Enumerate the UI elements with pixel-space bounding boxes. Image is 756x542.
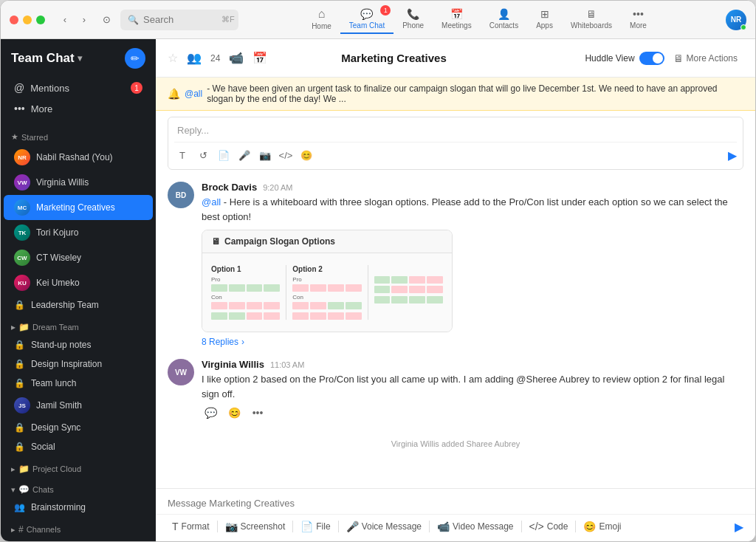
reply-toolbar: T ↺ 📄 🎤 📷 </> 😊 ▶ [174,142,737,163]
compose-button[interactable]: ✏ [125,48,145,69]
sidebar-item-virginia[interactable]: VW Virginia Willis [4,170,153,195]
code-button[interactable]: </> Code [525,518,573,535]
format-button[interactable]: T Format [168,518,214,535]
calendar-icon[interactable]: 📅 [252,51,267,65]
sidebar-item-design-sync[interactable]: 🔒 Design Sync [4,418,153,437]
avatar-kei: KU [14,275,30,291]
sidebar-item-jamil[interactable]: JS Jamil Smith [4,393,153,418]
sidebar-item-mentions[interactable]: @ Mentions 1 [4,78,153,98]
sidebar: Team Chat ▾ ✏ @ Mentions 1 ••• More ★ St… [1,39,156,541]
message-input[interactable] [168,498,743,509]
toolbar-divider-6 [575,521,576,532]
tab-more[interactable]: ••• More [621,5,656,34]
sidebar-item-kei[interactable]: KU Kei Umeko [4,270,153,295]
tab-phone[interactable]: 📞 Phone [394,5,433,34]
tab-home[interactable]: ⌂ Home [303,4,340,35]
replies-link[interactable]: 8 Replies › [202,337,743,347]
sidebar-item-ct[interactable]: CW CT Wiseley [4,245,153,270]
sidebar-item-more[interactable]: ••• More [4,98,153,119]
screenshot-icon: 📷 [225,521,238,532]
star-icon-header[interactable]: ☆ [168,51,178,65]
minimize-button[interactable] [23,16,32,24]
sidebar-item-brainstorming[interactable]: 👥 Brainstorming [4,498,153,517]
reply-input[interactable]: Reply... [174,123,737,137]
avatar-ct: CW [14,250,30,266]
apps-section-header[interactable]: ▾ 🔧 Apps [1,538,156,541]
toolbar-divider-1 [217,521,218,532]
close-button[interactable] [10,16,18,24]
divider-2 [368,265,368,320]
text-format-icon[interactable]: T [174,147,190,163]
sidebar-item-team-lunch[interactable]: 🔒 Team lunch [4,374,153,393]
search-input[interactable] [143,14,217,25]
message-author-virginia: Virginia Willis [202,359,264,370]
project-cloud-section-header[interactable]: ▸ 📁 Project Cloud [1,456,156,477]
code-icon[interactable]: </> [278,147,294,163]
reply-action-button[interactable]: 💬 [202,404,219,422]
chats-section-header[interactable]: ▾ 💬 Chats [1,477,156,498]
tab-apps[interactable]: ⊞ Apps [527,5,562,34]
chat-title: Marketing Creatives [341,52,447,64]
file-icon-toolbar: 📄 [300,521,313,532]
whiteboard-card[interactable]: 🖥 Campaign Slogan Options Option 1 [202,230,453,332]
video-msg-icon[interactable]: 📷 [257,147,273,163]
message-meta-brock: Brock Davis 9:20 AM [202,182,743,193]
sidebar-item-leadership[interactable]: 🔒 Leadership Team [4,295,153,315]
more-action-button[interactable]: ••• [249,404,267,422]
chat-icon: 💬 [360,8,373,20]
send-button[interactable]: ▶ [735,520,743,534]
emoji-action-button[interactable]: 😊 [225,404,243,422]
whiteboard-body: Option 1 Pro [202,253,452,332]
maximize-button[interactable] [36,16,45,24]
whiteboard-icon: 🖥 [211,236,220,247]
reply-send-button[interactable]: ▶ [728,148,737,162]
phone-icon: 📞 [407,8,419,20]
sidebar-item-tori[interactable]: TK Tori Kojuro [4,220,153,245]
emoji-icon[interactable]: 😊 [298,147,315,163]
lock-icon-3: 🔒 [14,359,25,369]
channels-section-header[interactable]: ▸ # Channels [1,517,156,538]
replies-count: 8 Replies [202,337,238,347]
hash-icon: # [18,524,24,535]
video-icon-toolbar: 📹 [437,521,450,532]
file-icon[interactable]: 📄 [216,147,232,163]
chevron-right-icon: ▸ [11,464,16,474]
user-avatar-wrap: NR [726,10,746,30]
tab-meetings[interactable]: 📅 Meetings [433,5,481,34]
voice-message-button[interactable]: 🎤 Voice Message [342,518,426,535]
toolbar-divider-3 [338,521,339,532]
notification-banner[interactable]: 🔔 @all - We have been given an urgent ta… [156,78,755,111]
video-message-button[interactable]: 📹 Video Message [433,518,518,535]
message-time-brock: 9:20 AM [263,183,292,192]
emoji-button[interactable]: 😊 Emoji [579,518,625,535]
option-1-col: Option 1 Pro [211,265,280,320]
sidebar-item-social[interactable]: 🔒 Social [4,437,153,456]
chat-area: ☆ 👥 24 📹 📅 Marketing Creatives Huddle Vi… [156,39,755,541]
contacts-icon: 👤 [498,8,510,20]
whiteboard-title: Campaign Slogan Options [224,236,335,247]
tab-contacts[interactable]: 👤 Contacts [481,5,527,34]
sidebar-item-nabil[interactable]: NR Nabil Rashad (You) [4,145,153,170]
home-icon: ⌂ [318,7,326,21]
sidebar-item-marketing-creatives[interactable]: MC Marketing Creatives [4,195,153,220]
sidebar-title: Team Chat ▾ [11,51,82,66]
sidebar-item-design-inspiration[interactable]: 🔒 Design Inspiration [4,354,153,374]
video-call-icon[interactable]: 📹 [229,51,244,65]
huddle-toggle-switch[interactable] [639,52,664,65]
forward-button[interactable]: › [76,12,92,28]
tab-whiteboards[interactable]: 🖥 Whiteboards [562,5,621,34]
group-icon: 👥 [14,502,25,512]
back-button[interactable]: ‹ [57,12,73,28]
input-toolbar: T Format 📷 Screenshot 📄 File [156,514,755,541]
sidebar-item-standup[interactable]: 🔒 Stand-up notes [4,335,153,354]
toolbar-divider-4 [429,521,430,532]
tab-team-chat[interactable]: 💬 Team Chat 1 [340,5,394,34]
search-bar[interactable]: 🔍 ⌘F [120,10,238,30]
starred-section-header[interactable]: ★ Starred [1,125,156,145]
more-actions-button[interactable]: 🖥 More Actions [667,49,743,67]
mic-icon[interactable]: 🎤 [236,147,252,163]
file-button[interactable]: 📄 File [296,518,334,535]
loop-icon[interactable]: ↺ [195,147,211,163]
screenshot-button[interactable]: 📷 Screenshot [221,518,290,535]
dream-team-section-header[interactable]: ▸ 📁 Dream Team [1,315,156,335]
